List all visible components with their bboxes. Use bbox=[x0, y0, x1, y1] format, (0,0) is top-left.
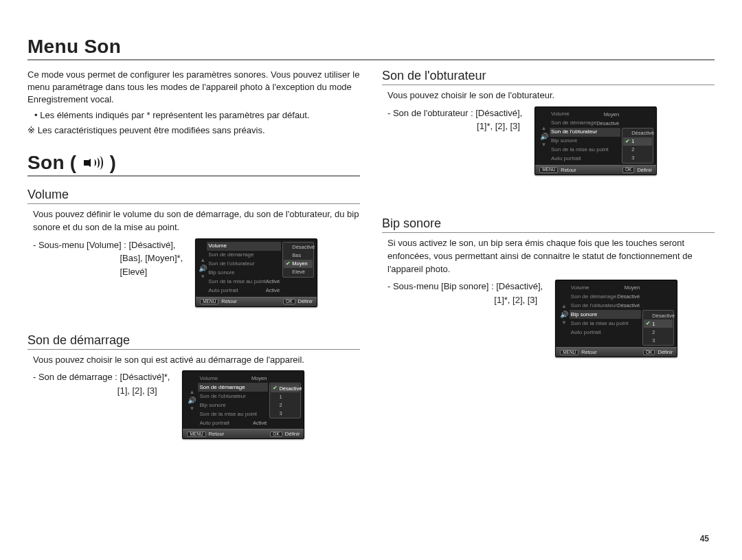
lcd-row-af: Son de la mise au pointActivé bbox=[207, 278, 281, 287]
section-desc-beep: Si vous activez le son, un bip sera émis… bbox=[387, 237, 715, 276]
lcd-back-label: Retour bbox=[221, 299, 237, 304]
lcd-row-startup: Son de démarrageDésactivé bbox=[550, 119, 620, 128]
lcd-footer: MENURetourOKDéfinir bbox=[196, 297, 317, 306]
lcd-row-af: Son de la mise au point bbox=[570, 319, 641, 328]
lcd-option: ✔Désactivé bbox=[623, 129, 652, 137]
lcd-option: ✔Désactivé bbox=[284, 243, 313, 251]
lcd-row-volume: Volume bbox=[207, 242, 281, 251]
section-desc-shutter: Vous pouvez choisir le son de l'obturate… bbox=[387, 89, 715, 102]
lcd-row-beep: Bip sonore bbox=[570, 310, 641, 319]
beep-row: - Sous-menu [Bip sonore] : [Désactivé], … bbox=[387, 280, 715, 357]
lcd-option: ✔1 bbox=[644, 320, 673, 328]
menu-button-icon: MENU bbox=[200, 299, 218, 305]
lcd-option: ✔Désactivé bbox=[271, 384, 300, 392]
lcd-row-af: Son de la mise au point bbox=[198, 410, 268, 418]
lcd-startup: ▲🔊▼VolumeMoyenSon de démarrageSon de l'o… bbox=[182, 370, 304, 439]
lcd-row-volume: VolumeMoyen bbox=[550, 110, 620, 119]
ok-button-icon: OK bbox=[643, 350, 655, 356]
lcd-option: ✔Elevé bbox=[284, 268, 313, 276]
lcd-footer: MENURetourOKDéfinir bbox=[183, 429, 304, 438]
lcd-row-beep: Bip sonore bbox=[198, 401, 268, 410]
lcd-beep: ▲🔊▼VolumeMoyenSon de démarrageDésactivéS… bbox=[555, 280, 677, 357]
lcd-row-startup: Son de démarrage bbox=[207, 251, 281, 260]
lcd-row-shutter: Son de l'obturateurDésactivé bbox=[570, 301, 641, 310]
lcd-option: ✔3 bbox=[644, 336, 673, 344]
lcd-option: ✔3 bbox=[623, 154, 652, 162]
right-column: Son de l'obturateur Vous pouvez choisir … bbox=[382, 69, 715, 439]
menu-button-icon: MENU bbox=[187, 432, 205, 438]
section-title-volume: Volume bbox=[27, 188, 360, 204]
lcd-row-self: Auto portraitActivé bbox=[198, 418, 268, 427]
lcd-row-shutter: Son de l'obturateur bbox=[207, 260, 281, 269]
lcd-option: ✔Moyen bbox=[284, 260, 313, 268]
manual-page: Menu Son Ce mode vous permet de configur… bbox=[0, 0, 742, 560]
section-title-beep: Bip sonore bbox=[382, 216, 715, 233]
section-title-startup: Son de démarrage bbox=[27, 333, 360, 350]
lcd-row-beep: Bip sonore bbox=[550, 137, 620, 146]
lcd-row-startup: Son de démarrageDésactivé bbox=[570, 292, 641, 301]
lcd-row-beep: Bip sonore bbox=[207, 269, 281, 278]
lcd-set-label: Définir bbox=[657, 350, 673, 355]
speaker-icon: 🔊 bbox=[199, 265, 207, 272]
lcd-option: ✔1 bbox=[623, 137, 652, 146]
lcd-row-self: Auto portrait bbox=[570, 328, 641, 337]
intro-notice: ※ Les caractéristiques peuvent être modi… bbox=[27, 124, 360, 137]
lcd-back-label: Retour bbox=[581, 350, 597, 355]
lcd-option: ✔2 bbox=[623, 146, 652, 154]
lcd-row-shutter: Son de l'obturateur bbox=[198, 392, 268, 401]
lcd-option: ✔2 bbox=[271, 401, 300, 409]
left-column: Ce mode vous permet de configurer les pa… bbox=[27, 69, 360, 439]
heading-menu-son: Menu Son bbox=[27, 36, 715, 60]
speaker-icon: 🔊 bbox=[188, 397, 196, 404]
ok-button-icon: OK bbox=[270, 432, 282, 438]
lcd-option: ✔2 bbox=[644, 328, 673, 336]
shutter-submenu-text: - Son de l'obturateur : [Désactivé], [1]… bbox=[387, 107, 522, 133]
beep-submenu-text: - Sous-menu [Bip sonore] : [Désactivé], … bbox=[387, 280, 543, 306]
lcd-option: ✔Bas bbox=[284, 251, 313, 260]
intro-bullet: • Les éléments indiqués par * représente… bbox=[34, 109, 360, 122]
shutter-row: - Son de l'obturateur : [Désactivé], [1]… bbox=[387, 107, 715, 175]
lcd-footer: MENURetourOKDéfinir bbox=[535, 165, 656, 175]
ok-button-icon: OK bbox=[283, 299, 295, 305]
lcd-set-label: Définir bbox=[285, 432, 300, 437]
lcd-option: ✔1 bbox=[271, 392, 300, 401]
section-desc-volume: Vous pouvez définir le volume du son de … bbox=[33, 208, 360, 234]
lcd-back-label: Retour bbox=[209, 432, 225, 437]
lcd-back-label: Retour bbox=[561, 168, 576, 173]
lcd-row-volume: VolumeMoyen bbox=[198, 374, 268, 383]
startup-submenu-text: - Son de démarrage : [Désactivé]*, [1], … bbox=[33, 370, 170, 397]
page-number: 45 bbox=[700, 534, 709, 544]
speaker-icon: 🔊 bbox=[540, 133, 548, 140]
lcd-set-label: Définir bbox=[637, 168, 652, 173]
volume-submenu-text: - Sous-menu [Volume] : [Désactivé], [Bas… bbox=[33, 238, 183, 279]
lcd-set-label: Définir bbox=[298, 299, 313, 304]
lcd-option: ✔Désactivé bbox=[644, 311, 673, 320]
section-title-shutter: Son de l'obturateur bbox=[382, 69, 715, 85]
lcd-row-startup: Son de démarrage bbox=[198, 383, 268, 392]
intro-text: Ce mode vous permet de configurer les pa… bbox=[27, 69, 360, 107]
menu-button-icon: MENU bbox=[539, 167, 558, 173]
ok-button-icon: OK bbox=[622, 167, 634, 173]
startup-row: - Son de démarrage : [Désactivé]*, [1], … bbox=[33, 370, 360, 439]
heading-son: Son ( ) bbox=[27, 152, 360, 177]
lcd-option: ✔3 bbox=[271, 409, 300, 417]
lcd-row-self: Auto portraitActivé bbox=[207, 287, 281, 295]
lcd-row-volume: VolumeMoyen bbox=[570, 283, 641, 292]
speaker-icon bbox=[84, 155, 103, 170]
menu-button-icon: MENU bbox=[560, 350, 578, 356]
lcd-row-self: Auto portrait bbox=[550, 155, 620, 164]
section-desc-startup: Vous pouvez choisir le son qui est activ… bbox=[33, 354, 360, 367]
lcd-row-af: Son de la mise au point bbox=[550, 146, 620, 155]
speaker-icon: 🔊 bbox=[560, 311, 568, 318]
lcd-volume: ▲🔊▼VolumeSon de démarrageSon de l'obtura… bbox=[195, 238, 317, 307]
lcd-shutter: ▲🔊▼VolumeMoyenSon de démarrageDésactivéS… bbox=[535, 107, 657, 175]
lcd-footer: MENURetourOKDéfinir bbox=[556, 347, 677, 357]
volume-row: - Sous-menu [Volume] : [Désactivé], [Bas… bbox=[33, 238, 360, 307]
bullet-dot: • bbox=[34, 110, 40, 120]
lcd-row-shutter: Son de l'obturateur bbox=[550, 128, 620, 137]
